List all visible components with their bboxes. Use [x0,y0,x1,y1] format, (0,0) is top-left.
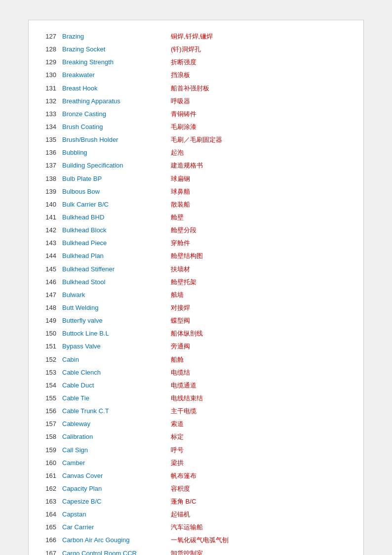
english-term: Bypass Valve [62,342,171,351]
chinese-term: 挡浪板 [171,70,190,80]
row-number: 163 [43,497,62,507]
table-row: 163Capesize B/C蓬角 B/C [43,495,349,508]
row-number: 135 [43,135,62,145]
chinese-term: 汽车运输船 [171,522,203,532]
row-number: 161 [43,471,62,481]
chinese-term: 建造规格书 [171,161,203,171]
table-row: 130Breakwater挡浪板 [43,69,349,82]
row-number: 128 [43,44,62,54]
english-term: Cable Tie [62,393,171,403]
chinese-term: 梁拱 [171,458,184,468]
chinese-term: 舷墙 [171,290,184,300]
table-row: 145Bulkhead Stiffener扶墙材 [43,263,349,276]
english-term: Car Carrier [62,522,171,532]
chinese-term: 球鼻艏 [171,187,190,197]
row-number: 150 [43,329,62,339]
chinese-term: 索道 [171,419,184,429]
english-term: Bulwark [62,290,171,300]
chinese-term: 起泡 [171,148,184,158]
chinese-term: 舱壁结构图 [171,251,203,261]
chinese-term: 对接焊 [171,303,190,313]
table-row: 147Bulwark舷墙 [43,289,349,301]
table-row: 127Brazing铜焊,钎焊,镴焊 [43,30,349,43]
table-row: 143Bulkhead Piece穿舱件 [43,237,349,250]
row-number: 134 [43,122,62,132]
table-row: 154Cable Duct电缆通道 [43,379,349,392]
chinese-term: 毛刷涂漆 [171,122,196,132]
english-term: Cabin [62,355,171,365]
table-row: 132Breathing Apparatus呼吸器 [43,95,349,108]
table-row: 153Cable Clench电缆结 [43,366,349,379]
english-term: Bulkhead BHD [62,213,171,222]
table-row: 167Cargo Control Room CCR卸货控制室 [43,547,349,555]
chinese-term: 电缆通道 [171,381,196,390]
english-term: Bulkhead Block [62,225,171,235]
table-row: 140Bulk Carrier B/C散装船 [43,198,349,211]
row-number: 139 [43,187,62,197]
row-number: 144 [43,251,62,261]
chinese-term: 穿舱件 [171,238,190,248]
row-number: 140 [43,200,62,210]
row-number: 145 [43,264,62,274]
english-term: Brazing Socket [62,44,171,54]
row-number: 129 [43,57,62,67]
english-term: Building Specification [62,161,171,171]
table-row: 161Canvas Cover帆布篷布 [43,470,349,482]
english-term: Butterfly valve [62,316,171,326]
english-term: Bronze Casting [62,109,171,119]
english-term: Buttock Line B.L [62,329,171,339]
english-term: Capstan [62,510,171,519]
table-row: 165Car Carrier汽车运输船 [43,521,349,534]
row-number: 154 [43,381,62,390]
row-number: 149 [43,316,62,326]
english-term: Call Sign [62,445,171,455]
english-term: Brush Coating [62,122,171,132]
row-number: 164 [43,510,62,519]
chinese-term: 蓬角 B/C [171,497,196,507]
table-row: 166Carbon Air Arc Gouging一氧化碳气电弧气刨 [43,534,349,547]
row-number: 148 [43,303,62,313]
table-row: 156Cable Trunk C.T主干电缆 [43,405,349,418]
chinese-term: 船体纵剖线 [171,329,203,339]
chinese-term: 呼吸器 [171,96,190,106]
row-number: 132 [43,96,62,106]
table-row: 141Bulkhead BHD舱壁 [43,211,349,224]
table-row: 131Breast Hook船首补强肘板 [43,82,349,95]
english-term: Carbon Air Arc Gouging [62,535,171,545]
table-row: 162Capacity Plan容积度 [43,482,349,495]
chinese-term: 起锚机 [171,510,190,519]
english-term: Breast Hook [62,84,171,93]
chinese-term: (钎)洞焊孔 [171,44,201,54]
chinese-term: 呼号 [171,445,184,455]
row-number: 151 [43,342,62,351]
chinese-term: 一氧化碳气电弧气刨 [171,535,229,545]
chinese-term: 散装船 [171,200,190,210]
row-number: 153 [43,368,62,378]
chinese-term: 电线结束结 [171,393,203,403]
chinese-term: 青铜铸件 [171,109,196,119]
english-term: Cable Duct [62,381,171,390]
table-row: 157Cableway索道 [43,418,349,430]
table-row: 136Bubbling起泡 [43,146,349,159]
table-row: 144Bulkhead Plan舱壁结构图 [43,250,349,262]
english-term: Bulkhead Stiffener [62,264,171,274]
table-row: 137Building Specification建造规格书 [43,159,349,172]
table-row: 152Cabin船舱 [43,353,349,366]
english-term: Breakwater [62,70,171,80]
chinese-term: 铜焊,钎焊,镴焊 [171,32,213,42]
row-number: 133 [43,109,62,119]
chinese-term: 蝶型阀 [171,316,190,326]
table-row: 146Bulkhead Stool舱壁托架 [43,276,349,289]
chinese-term: 舱壁 [171,213,184,222]
chinese-term: 船首补强肘板 [171,84,209,93]
row-number: 155 [43,393,62,403]
table-row: 142Bulkhead Block舱壁分段 [43,224,349,237]
row-number: 141 [43,213,62,222]
row-number: 157 [43,419,62,429]
row-number: 166 [43,535,62,545]
row-number: 130 [43,70,62,80]
glossary-table: 127Brazing铜焊,钎焊,镴焊128Brazing Socket(钎)洞焊… [43,30,349,555]
row-number: 167 [43,549,62,555]
table-row: 151Bypass Valve旁通阀 [43,340,349,353]
chinese-term: 球扁钢 [171,174,190,184]
